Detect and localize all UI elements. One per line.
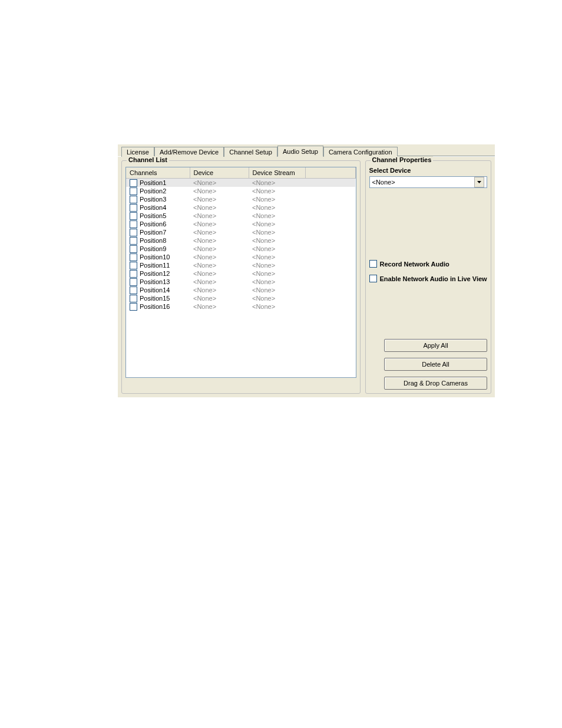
button-label: Delete All (422, 361, 449, 368)
device-cell: <None> (190, 228, 249, 236)
checkbox-icon[interactable] (130, 179, 137, 187)
col-header-device-stream[interactable]: Device Stream (249, 167, 305, 179)
checkbox-icon[interactable] (130, 245, 137, 253)
checkbox-icon[interactable] (130, 229, 137, 236)
svg-marker-0 (477, 181, 481, 183)
tab-strip: License Add/Remove Device Channel Setup … (118, 144, 495, 156)
stream-cell: <None> (249, 236, 305, 245)
channel-properties-group: Channel Properties Select Device <None> … (365, 160, 492, 394)
checkbox-icon[interactable] (130, 187, 137, 195)
device-cell: <None> (190, 294, 249, 302)
table-row[interactable]: Position13<None><None> (126, 278, 355, 286)
stream-cell: <None> (249, 187, 305, 195)
checkbox-icon[interactable] (130, 220, 137, 228)
enable-network-audio-row[interactable]: Enable Network Audio in Live View (369, 275, 488, 282)
device-cell: <None> (190, 195, 249, 203)
record-network-audio-row[interactable]: Record Network Audio (369, 260, 488, 268)
delete-all-button[interactable]: Delete All (384, 358, 487, 371)
channel-name: Position15 (140, 295, 170, 302)
device-cell: <None> (190, 212, 249, 220)
tab-channel-setup[interactable]: Channel Setup (224, 147, 277, 157)
tab-label: Camera Configuration (329, 149, 392, 156)
tab-label: Channel Setup (229, 149, 272, 156)
checkbox-icon[interactable] (130, 303, 137, 311)
stream-cell: <None> (249, 203, 305, 212)
tab-label: License (127, 149, 149, 156)
checkbox-icon (369, 275, 377, 282)
channel-name: Position7 (140, 229, 166, 236)
tab-add-remove-device[interactable]: Add/Remove Device (154, 147, 224, 157)
checkbox-icon[interactable] (130, 204, 137, 212)
table-row[interactable]: Position9<None><None> (126, 245, 355, 253)
device-cell: <None> (190, 278, 249, 286)
tab-camera-configuration[interactable]: Camera Configuration (323, 147, 398, 157)
device-cell: <None> (190, 245, 249, 253)
col-header-device[interactable]: Device (190, 167, 249, 179)
stream-cell: <None> (249, 245, 305, 253)
stream-cell: <None> (249, 294, 305, 302)
table-row[interactable]: Position14<None><None> (126, 286, 355, 294)
table-row[interactable]: Position7<None><None> (126, 228, 355, 236)
checkbox-icon[interactable] (130, 253, 137, 261)
device-cell: <None> (190, 236, 249, 245)
table-row[interactable]: Position5<None><None> (126, 212, 355, 220)
channel-list-title: Channel List (127, 156, 169, 163)
record-network-audio-label: Record Network Audio (380, 261, 449, 268)
channel-name: Position9 (140, 245, 166, 252)
channel-list-table-container: Channels Device Device Stream Position1<… (125, 167, 356, 378)
device-cell: <None> (190, 187, 249, 195)
channel-name: Position11 (140, 262, 170, 269)
checkbox-icon[interactable] (130, 286, 137, 294)
channel-name: Position10 (140, 253, 170, 261)
device-cell: <None> (190, 286, 249, 294)
table-row[interactable]: Position4<None><None> (126, 203, 355, 212)
channel-name: Position16 (140, 303, 170, 310)
col-header-blank (305, 167, 355, 179)
device-cell: <None> (190, 261, 249, 269)
table-row[interactable]: Position1<None><None> (126, 179, 355, 187)
tab-license[interactable]: License (121, 147, 154, 157)
tab-audio-setup[interactable]: Audio Setup (277, 146, 323, 157)
table-row[interactable]: Position12<None><None> (126, 269, 355, 278)
checkbox-icon[interactable] (130, 262, 137, 269)
device-cell: <None> (190, 269, 249, 278)
stream-cell: <None> (249, 179, 305, 187)
stream-cell: <None> (249, 302, 305, 311)
stream-cell: <None> (249, 212, 305, 220)
drag-drop-cameras-button[interactable]: Drag & Drop Cameras (384, 377, 487, 390)
table-row[interactable]: Position6<None><None> (126, 220, 355, 228)
table-row[interactable]: Position15<None><None> (126, 294, 355, 302)
select-device-label: Select Device (369, 167, 488, 174)
device-cell: <None> (190, 203, 249, 212)
channel-list-table: Channels Device Device Stream Position1<… (126, 167, 356, 311)
apply-all-button[interactable]: Apply All (384, 339, 487, 352)
button-label: Apply All (423, 342, 448, 349)
table-row[interactable]: Position3<None><None> (126, 195, 355, 203)
channel-name: Position13 (140, 278, 170, 285)
table-row[interactable]: Position10<None><None> (126, 253, 355, 261)
tab-label: Audio Setup (283, 148, 318, 155)
stream-cell: <None> (249, 195, 305, 203)
stream-cell: <None> (249, 253, 305, 261)
stream-cell: <None> (249, 228, 305, 236)
table-row[interactable]: Position16<None><None> (126, 302, 355, 311)
checkbox-icon[interactable] (130, 237, 137, 245)
col-header-channels[interactable]: Channels (126, 167, 190, 179)
channel-list-group: Channel List Channels Device Device Stre… (121, 160, 361, 394)
checkbox-icon[interactable] (130, 196, 137, 203)
table-row[interactable]: Position8<None><None> (126, 236, 355, 245)
select-device-dropdown[interactable]: <None> (369, 176, 488, 188)
checkbox-icon[interactable] (130, 295, 137, 302)
checkbox-icon[interactable] (130, 270, 137, 278)
channel-name: Position8 (140, 237, 166, 244)
device-cell: <None> (190, 253, 249, 261)
settings-panel: License Add/Remove Device Channel Setup … (118, 144, 495, 397)
checkbox-icon[interactable] (130, 278, 137, 286)
channel-name: Position12 (140, 270, 170, 277)
checkbox-icon[interactable] (130, 212, 137, 220)
channel-name: Position3 (140, 196, 166, 203)
stream-cell: <None> (249, 269, 305, 278)
table-row[interactable]: Position2<None><None> (126, 187, 355, 195)
table-row[interactable]: Position11<None><None> (126, 261, 355, 269)
device-cell: <None> (190, 302, 249, 311)
